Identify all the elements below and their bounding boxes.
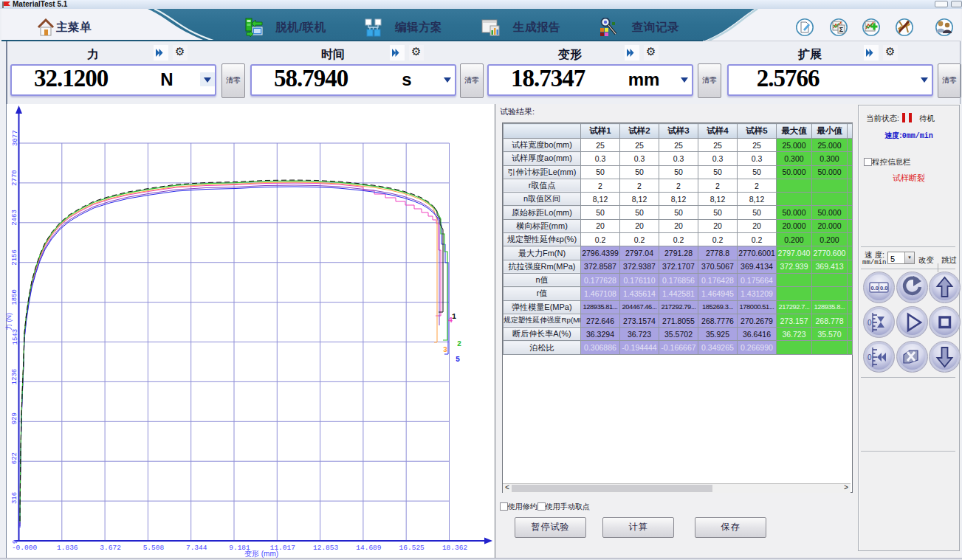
svg-text:0.0: 0.0 [871, 285, 879, 291]
svg-text:16.525: 16.525 [399, 544, 425, 552]
svg-text:316: 316 [12, 492, 19, 504]
svg-text:14.689: 14.689 [356, 544, 382, 552]
svg-text:2463: 2463 [12, 210, 19, 226]
svg-text:1236: 1236 [12, 369, 19, 385]
svg-text:5.508: 5.508 [143, 544, 165, 552]
svg-text:18.362: 18.362 [442, 544, 468, 552]
svg-text:2: 2 [457, 340, 461, 348]
svg-text:12.853: 12.853 [313, 544, 339, 552]
svg-text:929: 929 [12, 412, 19, 424]
svg-text:2156: 2156 [12, 249, 19, 266]
svg-text:1850: 1850 [12, 289, 19, 305]
svg-text:4: 4 [448, 317, 453, 325]
svg-text:622: 622 [12, 452, 19, 464]
svg-text:Σ: Σ [839, 26, 844, 33]
svg-text:力 (N): 力 (N) [5, 313, 13, 331]
svg-text:2770: 2770 [12, 170, 19, 186]
svg-text:1543: 1543 [12, 329, 19, 345]
svg-text:5: 5 [456, 356, 460, 364]
svg-text:7.344: 7.344 [186, 544, 207, 552]
svg-text:0: 0 [867, 353, 872, 362]
svg-text:1.836: 1.836 [57, 544, 78, 552]
svg-text:0: 0 [867, 319, 872, 327]
svg-text:变形 (mm): 变形 (mm) [244, 550, 278, 558]
svg-text:-0.000: -0.000 [12, 544, 38, 552]
svg-text:3: 3 [443, 346, 447, 354]
svg-text:3.672: 3.672 [100, 544, 121, 552]
svg-text:0.0: 0.0 [880, 285, 887, 291]
svg-text:3077: 3077 [12, 130, 19, 146]
